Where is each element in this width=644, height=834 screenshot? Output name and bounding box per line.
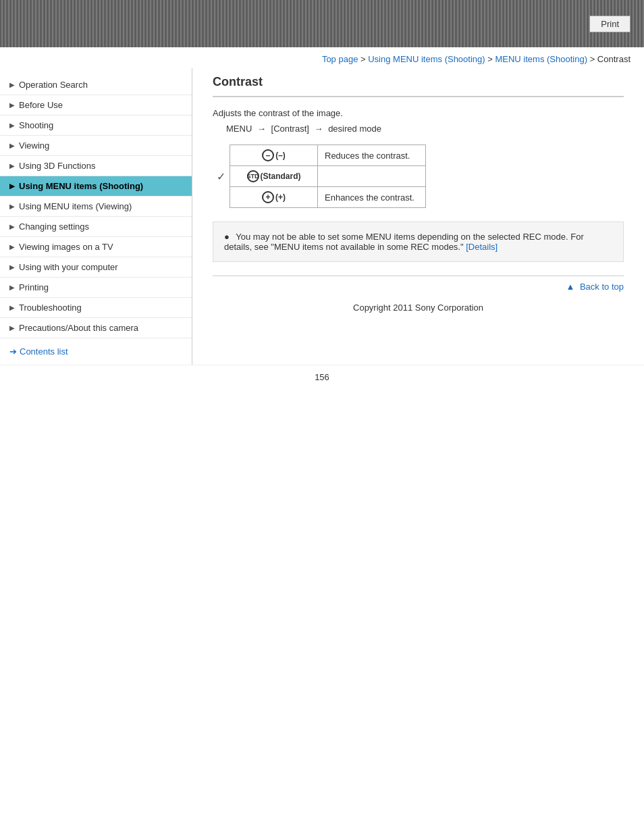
menu-desired: desired mode [328,124,381,134]
main-layout: ▶Operation Search▶Before Use▶Shooting▶Vi… [0,68,644,365]
sidebar-arrow-icon: ▶ [9,324,15,332]
sidebar-arrow-icon: ▶ [9,162,15,170]
sidebar-item-12[interactable]: ▶Precautions/About this camera [0,318,192,338]
back-to-top-icon: ▲ [566,282,574,292]
back-to-top-link[interactable]: Back to top [580,282,624,292]
sidebar-item-label: Shooting [19,120,53,130]
icon-cell-0: – (–) [230,145,318,166]
sidebar-item-8[interactable]: ▶Viewing images on a TV [0,237,192,257]
sidebar-item-label: Operation Search [19,80,88,90]
sidebar-item-9[interactable]: ▶Using with your computer [0,257,192,278]
sidebar-item-label: Using with your computer [19,262,118,272]
contents-arrow-icon: ➔ [9,346,17,357]
check-cell: ✓ [213,166,230,187]
sidebar-item-11[interactable]: ▶Troubleshooting [0,298,192,318]
sidebar-item-5[interactable]: ▶Using MENU items (Shooting) [0,176,192,197]
sidebar-item-label: Changing settings [19,221,89,232]
sidebar-item-7[interactable]: ▶Changing settings [0,217,192,237]
menu-bracket: [Contrast] [271,124,309,134]
breadcrumb: Top page > Using MENU items (Shooting) >… [0,47,644,68]
content-footer: ▲ Back to top [213,276,624,292]
table-row: + (+)Enhances the contrast. [213,187,426,208]
sidebar-item-label: Viewing [19,140,49,151]
contents-list-link[interactable]: Contents list [20,346,68,357]
table-row: ✓STD (Standard) [213,166,426,187]
icon-cell-2: + (+) [230,187,318,208]
copyright: Copyright 2011 Sony Corporation [213,298,624,326]
sidebar-arrow-icon: ▶ [9,203,15,210]
sidebar-arrow-icon: ▶ [9,263,15,271]
sidebar-item-label: Troubleshooting [19,303,82,313]
sidebar-arrow-icon: ▶ [9,223,15,230]
details-link[interactable]: [Details] [466,242,498,252]
header-banner: Print [0,0,644,47]
sidebar-arrow-icon: ▶ [9,284,15,291]
sidebar-item-label: Using MENU items (Viewing) [19,201,132,211]
menu-arrow2: → [315,124,323,134]
breadcrumb-sep3: > [590,54,597,64]
note-box: ● You may not be able to set some MENU i… [213,221,624,262]
check-cell [213,145,230,166]
bullet-icon: ● [224,232,230,242]
breadcrumb-top-link[interactable]: Top page [322,54,358,64]
sidebar-item-0[interactable]: ▶Operation Search [0,75,192,95]
contrast-table: – (–)Reduces the contrast.✓STD (Standard… [213,145,426,208]
sidebar: ▶Operation Search▶Before Use▶Shooting▶Vi… [0,68,192,365]
sidebar-item-4[interactable]: ▶Using 3D Functions [0,156,192,176]
menu-arrow1: → [257,124,266,134]
sidebar-item-10[interactable]: ▶Printing [0,278,192,298]
check-cell [213,187,230,208]
sidebar-item-label: Before Use [19,100,63,110]
sidebar-arrow-icon: ▶ [9,243,15,251]
breadcrumb-sep1: > [360,54,368,64]
sidebar-item-1[interactable]: ▶Before Use [0,95,192,115]
sidebar-arrow-icon: ▶ [9,81,15,88]
sidebar-item-6[interactable]: ▶Using MENU items (Viewing) [0,197,192,217]
table-row: – (–)Reduces the contrast. [213,145,426,166]
breadcrumb-current: Contrast [597,54,630,64]
sidebar-item-label: Printing [19,282,49,292]
sidebar-arrow-icon: ▶ [9,122,15,129]
sidebar-arrow-icon: ▶ [9,182,15,190]
content-area: Contrast Adjusts the contrast of the ima… [192,68,644,365]
sidebar-arrow-icon: ▶ [9,304,15,311]
sidebar-item-label: Viewing images on a TV [19,242,113,252]
breadcrumb-link1[interactable]: Using MENU items (Shooting) [368,54,485,64]
sidebar-arrow-icon: ▶ [9,101,15,109]
sidebar-item-3[interactable]: ▶Viewing [0,136,192,156]
page-title: Contrast [213,75,624,97]
sidebar-item-2[interactable]: ▶Shooting [0,115,192,136]
print-button[interactable]: Print [589,16,630,32]
note-text: You may not be able to set some MENU ite… [224,232,584,252]
desc-cell-0: Reduces the contrast. [318,145,426,166]
sidebar-item-label: Using 3D Functions [19,161,95,171]
sidebar-item-label: Using MENU items (Shooting) [19,181,143,191]
breadcrumb-link2[interactable]: MENU items (Shooting) [495,54,587,64]
menu-path: MENU → [Contrast] → desired mode [213,124,624,134]
back-to-top: ▲ Back to top [566,282,624,292]
sidebar-footer: ➔ Contents list [0,338,192,365]
sidebar-item-label: Precautions/About this camera [19,323,138,333]
desc-cell-1 [318,166,426,187]
desc-cell-2: Enhances the contrast. [318,187,426,208]
page-number: 156 [0,365,644,396]
sidebar-arrow-icon: ▶ [9,142,15,149]
icon-cell-1: STD (Standard) [230,166,318,187]
menu-label: MENU [226,124,252,134]
description-text: Adjusts the contrast of the image. [213,108,624,118]
breadcrumb-sep2: > [487,54,495,64]
